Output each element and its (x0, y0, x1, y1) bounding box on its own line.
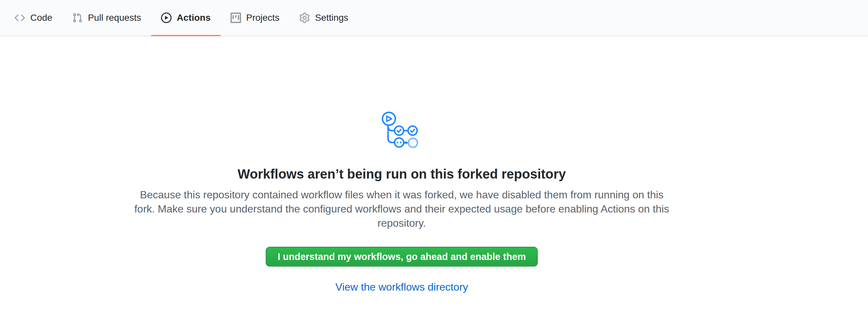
tab-actions[interactable]: Actions (151, 0, 221, 36)
tab-settings[interactable]: Settings (289, 0, 358, 36)
tab-projects[interactable]: Projects (221, 0, 289, 36)
tab-settings-label: Settings (315, 13, 348, 22)
tab-actions-label: Actions (177, 13, 211, 22)
project-icon (230, 12, 241, 23)
tab-code[interactable]: Code (5, 0, 62, 36)
tab-projects-label: Projects (246, 13, 280, 22)
page-title: Workflows aren’t being run on this forke… (238, 166, 566, 182)
actions-blankslate: Workflows aren’t being run on this forke… (0, 36, 803, 293)
git-pull-request-icon (72, 12, 83, 23)
gear-icon (299, 12, 310, 23)
view-workflows-directory-link[interactable]: View the workflows directory (335, 281, 468, 293)
actions-workflow-graph-icon (380, 110, 424, 152)
play-icon (161, 12, 172, 23)
enable-workflows-button[interactable]: I understand my workflows, go ahead and … (266, 247, 538, 267)
repo-tab-nav: Code Pull requests Actions Projects Sett… (0, 0, 868, 36)
tab-pull-requests[interactable]: Pull requests (62, 0, 151, 36)
blankslate-description: Because this repository contained workfl… (133, 188, 670, 230)
tab-code-label: Code (30, 13, 52, 22)
tab-pull-requests-label: Pull requests (88, 13, 141, 22)
code-icon (14, 12, 25, 23)
